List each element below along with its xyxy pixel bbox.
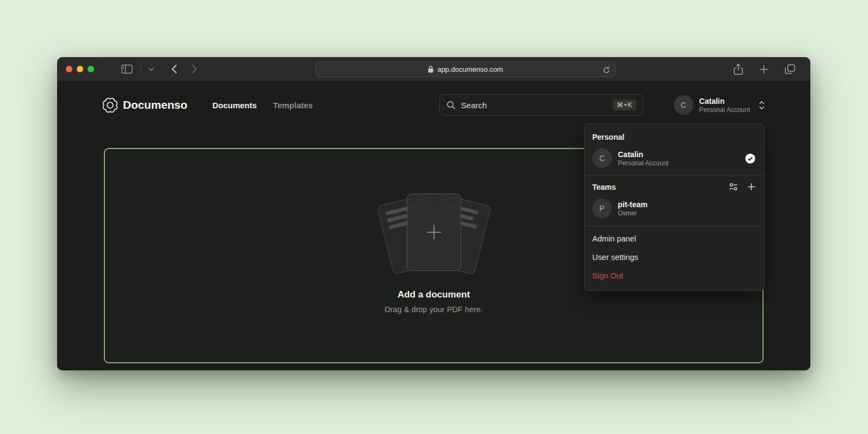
close-window-button[interactable]	[66, 66, 72, 72]
window-controls	[66, 66, 94, 72]
stack-card-center	[407, 194, 461, 271]
menu-divider	[585, 226, 764, 226]
forward-button[interactable]	[189, 62, 200, 76]
sidebar-toggle-icon[interactable]	[119, 62, 135, 76]
personal-name: Catalin	[618, 150, 739, 159]
search-shortcut-badge: ⌘+K	[613, 100, 636, 110]
dropzone-subtitle: Drag & drop your PDF here.	[385, 305, 483, 314]
sidebar-menu-chevron-icon[interactable]	[146, 65, 156, 73]
menu-section-personal: Personal	[585, 128, 764, 145]
document-stack-icon	[377, 193, 491, 275]
account-dropdown-menu: Personal C Catalin Personal Account Team…	[584, 123, 765, 291]
new-tab-icon[interactable]	[757, 63, 771, 76]
back-button[interactable]	[169, 62, 179, 76]
refresh-icon[interactable]	[603, 66, 610, 74]
menu-section-teams: Teams	[592, 183, 728, 191]
chevron-up-down-icon	[759, 101, 765, 110]
personal-subtitle: Personal Account	[618, 159, 739, 167]
documenso-logo-icon	[103, 98, 117, 113]
toolbar-divider	[140, 65, 141, 73]
check-circle-icon	[745, 153, 755, 164]
team-avatar: P	[592, 199, 612, 218]
zoom-window-button[interactable]	[88, 66, 94, 72]
menu-item-admin-panel[interactable]: Admin panel	[585, 230, 764, 248]
minimize-window-button[interactable]	[77, 66, 83, 72]
personal-avatar: C	[592, 148, 612, 168]
nav-templates[interactable]: Templates	[273, 101, 313, 110]
primary-nav: Documents Templates	[212, 101, 313, 110]
account-menu-trigger[interactable]: C Catalin Personal Account	[674, 95, 765, 115]
brand-name: Documenso	[123, 98, 187, 111]
lock-icon	[428, 66, 433, 73]
team-name: pit-team	[618, 200, 647, 209]
team-role: Owner	[618, 209, 647, 217]
search-input[interactable]: Search ⌘+K	[439, 94, 643, 116]
account-name: Catalin	[699, 97, 750, 106]
browser-window: app.documenso.com	[57, 57, 810, 370]
menu-item-sign-out[interactable]: Sign Out	[585, 266, 764, 285]
app-header: Documenso Documents Templates Search ⌘+K…	[57, 81, 810, 117]
account-avatar: C	[674, 95, 693, 115]
address-text: app.documenso.com	[437, 65, 503, 73]
account-subtitle: Personal Account	[699, 106, 750, 114]
menu-item-user-settings[interactable]: User settings	[585, 248, 764, 266]
menu-item-pit-team[interactable]: P pit-team Owner	[585, 194, 764, 226]
create-team-plus-icon[interactable]	[747, 183, 755, 191]
nav-documents[interactable]: Documents	[212, 101, 257, 110]
share-icon[interactable]	[731, 61, 745, 77]
plus-icon	[426, 224, 442, 240]
dropzone-title: Add a document	[398, 289, 470, 300]
search-placeholder: Search	[461, 101, 607, 110]
address-bar[interactable]: app.documenso.com	[315, 61, 616, 77]
page-content: Documenso Documents Templates Search ⌘+K…	[57, 81, 810, 370]
manage-teams-icon[interactable]	[728, 182, 739, 192]
browser-toolbar: app.documenso.com	[57, 57, 810, 81]
search-icon	[447, 101, 456, 110]
brand[interactable]: Documenso	[103, 98, 187, 113]
tab-overview-icon[interactable]	[783, 62, 797, 76]
menu-item-personal-account[interactable]: C Catalin Personal Account	[585, 145, 764, 175]
